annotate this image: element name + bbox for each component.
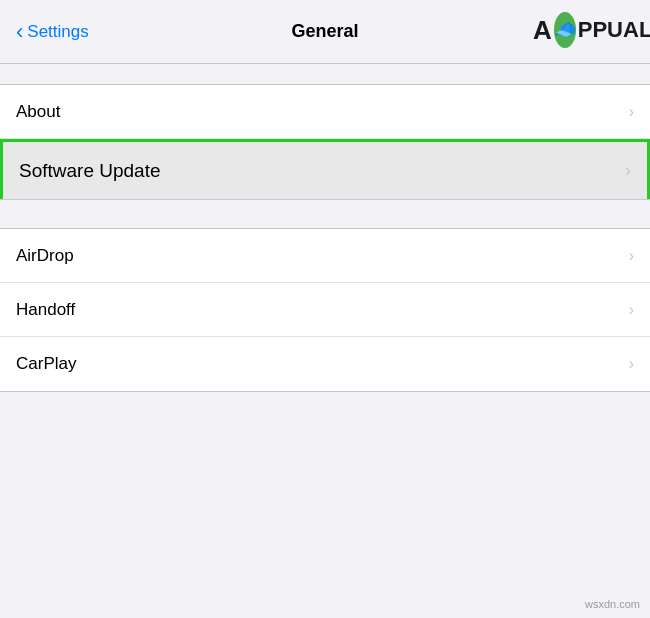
watermark-a: A: [533, 15, 552, 46]
list-item-handoff[interactable]: Handoff ›: [0, 283, 650, 337]
watermark-logo: A 🧢 PPUALS: [560, 10, 640, 50]
section-group-1: About › Software Update ›: [0, 84, 650, 200]
nav-bar: ‹ Settings General A 🧢 PPUALS: [0, 0, 650, 64]
airdrop-label: AirDrop: [16, 246, 74, 266]
list-item-carplay[interactable]: CarPlay ›: [0, 337, 650, 391]
back-button[interactable]: ‹ Settings: [16, 21, 89, 43]
about-label: About: [16, 102, 60, 122]
carplay-chevron-icon: ›: [629, 355, 634, 373]
carplay-label: CarPlay: [16, 354, 76, 374]
bottom-watermark: wsxdn.com: [585, 598, 640, 610]
section-group-2: AirDrop › Handoff › CarPlay ›: [0, 228, 650, 392]
watermark-ppuals: PPUALS: [578, 17, 650, 43]
back-label: Settings: [27, 22, 88, 42]
list-group-2: AirDrop › Handoff › CarPlay ›: [0, 228, 650, 392]
page-title: General: [291, 21, 358, 42]
list-item-software-update[interactable]: Software Update ›: [0, 139, 650, 199]
list-item-airdrop[interactable]: AirDrop ›: [0, 229, 650, 283]
watermark-icon: 🧢: [554, 12, 576, 48]
section-gap: [0, 200, 650, 228]
handoff-label: Handoff: [16, 300, 75, 320]
software-update-chevron-icon: ›: [625, 160, 631, 181]
handoff-chevron-icon: ›: [629, 301, 634, 319]
software-update-label: Software Update: [19, 160, 161, 182]
about-chevron-icon: ›: [629, 103, 634, 121]
list-item-about[interactable]: About ›: [0, 85, 650, 139]
screen: ‹ Settings General A 🧢 PPUALS About ›: [0, 0, 650, 618]
watermark: A 🧢 PPUALS: [560, 10, 640, 50]
back-chevron-icon: ‹: [16, 21, 23, 43]
list-group-1: About › Software Update ›: [0, 84, 650, 200]
airdrop-chevron-icon: ›: [629, 247, 634, 265]
